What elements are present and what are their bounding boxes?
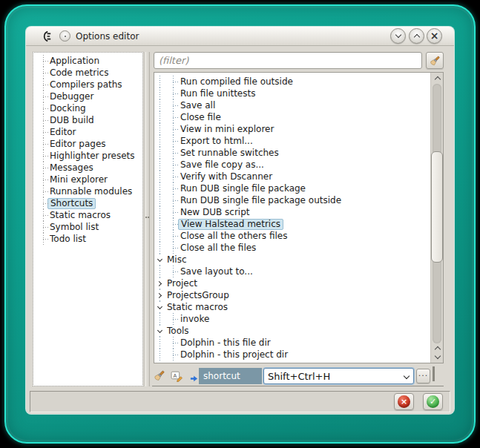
- tree-item-set-runnable-switches[interactable]: Set runnable switches: [154, 147, 430, 159]
- tree-item-verify-with-dscanner[interactable]: Verify with Dscanner: [154, 171, 430, 182]
- tree-guide: [160, 88, 160, 99]
- scrollbar-thumb[interactable]: [431, 151, 443, 263]
- tree-item-close-all-the-others-files[interactable]: Close all the others files: [154, 230, 430, 242]
- tree-guide: [43, 179, 48, 180]
- tree-guide: [160, 171, 160, 182]
- tree-item-static-macros[interactable]: Static macros: [154, 301, 430, 313]
- sidebar-item-application[interactable]: Application: [33, 55, 142, 67]
- clear-filter-button[interactable]: [426, 52, 444, 69]
- close-button[interactable]: ×: [427, 28, 442, 44]
- tree-guide: [43, 96, 48, 97]
- shortcut-editor-more-button[interactable]: ...: [416, 369, 430, 383]
- edit-shortcut-button[interactable]: A: [170, 369, 183, 382]
- tree-item-project[interactable]: Project: [154, 277, 430, 289]
- scroll-down-button[interactable]: [431, 352, 444, 362]
- property-editor-toolbar: A shortcut Shift+Ctrl+H ...: [152, 365, 444, 386]
- selected-property-arrow-icon: [190, 372, 198, 386]
- chevron-down-icon: [157, 303, 162, 309]
- scroll-up-button[interactable]: [431, 73, 444, 83]
- tree-guide: [160, 123, 160, 135]
- panel-splitter[interactable]: [144, 52, 150, 386]
- tree-item-run-dub-single-file-package-outside[interactable]: Run DUB single file package outside: [154, 194, 430, 206]
- tree-guide: [173, 129, 180, 130]
- tree-guide: [173, 200, 180, 201]
- tree-item-dolphin-this-project-dir[interactable]: Dolphin - this project dir: [154, 349, 430, 360]
- tree-item-view-in-mini-explorer[interactable]: View in mini explorer: [154, 123, 430, 135]
- sidebar-item-label: Messages: [50, 163, 93, 173]
- sidebar-item-label: Runnable modules: [50, 187, 132, 197]
- tree-item-export-to-html[interactable]: Export to html...: [154, 135, 430, 147]
- chevron-down-icon[interactable]: [434, 366, 435, 381]
- titlebar[interactable]: Options editor ×: [26, 27, 454, 46]
- property-grid-mini-scrollbar[interactable]: [433, 366, 444, 386]
- sidebar-item-messages[interactable]: Messages: [33, 162, 142, 174]
- shortcuts-tree: Run compiled file outsideRun file unitte…: [154, 73, 430, 363]
- sidebar-item-label: Debugger: [50, 92, 93, 102]
- tree-item-invoke[interactable]: invoke: [154, 313, 430, 325]
- window-menu-button[interactable]: [59, 30, 70, 42]
- expand-toggle[interactable]: [155, 291, 165, 299]
- tree-guide: [160, 218, 160, 230]
- property-name-cell[interactable]: shortcut: [199, 368, 262, 384]
- expand-toggle[interactable]: [155, 303, 165, 311]
- filter-input[interactable]: [154, 52, 422, 69]
- tree-guide: [160, 135, 160, 147]
- tree-item-run-file-unittests[interactable]: Run file unittests: [154, 88, 430, 99]
- sidebar-item-docking[interactable]: Docking: [33, 102, 142, 114]
- tree-item-view-halstead-metrics[interactable]: View Halstead metrics: [154, 218, 430, 230]
- tree-item-projectsgroup[interactable]: ProjectsGroup: [154, 289, 430, 301]
- cancel-button[interactable]: ×: [394, 393, 414, 410]
- tree-item-label: Export to html...: [180, 136, 253, 146]
- brush-icon: [153, 369, 165, 382]
- tree-guide: [173, 177, 180, 177]
- sidebar-item-dub-build[interactable]: DUB build: [33, 114, 142, 126]
- sidebar-item-compilers-paths[interactable]: Compilers paths: [33, 79, 142, 90]
- sidebar-item-code-metrics[interactable]: Code metrics: [33, 67, 142, 79]
- tree-item-misc[interactable]: Misc: [154, 254, 430, 266]
- sidebar-item-todo-list[interactable]: Todo list: [33, 233, 142, 245]
- tree-item-tools[interactable]: Tools: [154, 325, 430, 337]
- category-list: ApplicationCode metricsCompilers pathsDe…: [33, 52, 143, 386]
- expand-toggle[interactable]: [155, 280, 165, 287]
- sidebar-item-static-macros[interactable]: Static macros: [33, 209, 142, 221]
- tree-guide: [43, 132, 48, 133]
- expand-toggle[interactable]: [155, 256, 165, 263]
- combobox-dropdown-icon[interactable]: [404, 373, 410, 379]
- tree-item-save-file-copy-as[interactable]: Save file copy as...: [154, 159, 430, 171]
- svg-text:A: A: [173, 372, 177, 378]
- tree-item-new-dub-script[interactable]: New DUB script: [154, 206, 430, 218]
- tree-item-dolphin-this-file-dir[interactable]: Dolphin - this file dir: [154, 337, 430, 349]
- tree-guide: [173, 117, 180, 118]
- accept-button[interactable]: ✓: [423, 393, 443, 410]
- sidebar-item-shortcuts[interactable]: Shortcuts: [33, 197, 142, 209]
- tree-item-save-all[interactable]: Save all: [154, 99, 430, 111]
- sidebar-item-highlighter-presets[interactable]: Highlighter presets: [33, 150, 142, 162]
- maximize-button[interactable]: [409, 28, 424, 44]
- tree-item-run-compiled-file-outside[interactable]: Run compiled file outside: [154, 76, 430, 88]
- sidebar-item-label: Highlighter presets: [50, 151, 135, 161]
- tree-item-label: Save all: [180, 101, 215, 111]
- tree-item-close-file[interactable]: Close file: [154, 111, 430, 123]
- tree-item-label: Save layout to...: [180, 267, 253, 277]
- tree-item-run-dub-single-file-package[interactable]: Run DUB single file package: [154, 182, 430, 194]
- sidebar-item-runnable-modules[interactable]: Runnable modules: [33, 185, 142, 197]
- tree-item-save-layout-to[interactable]: Save layout to...: [154, 266, 430, 277]
- sidebar-item-symbol-list[interactable]: Symbol list: [33, 221, 142, 233]
- minimize-button[interactable]: [390, 28, 406, 44]
- tree-scrollbar[interactable]: [430, 73, 443, 363]
- tree-guide: [43, 61, 48, 62]
- tree-guide: [160, 206, 160, 218]
- tree-guide: [43, 73, 48, 73]
- sidebar-item-editor-pages[interactable]: Editor pages: [33, 138, 142, 150]
- sidebar-item-label: Code metrics: [50, 68, 108, 78]
- tree-guide: [160, 76, 160, 88]
- sidebar-item-label: Mini explorer: [50, 175, 108, 185]
- clean-shortcut-button[interactable]: [152, 369, 165, 382]
- tree-item-close-all-the-files[interactable]: Close all the files: [154, 242, 430, 254]
- tree-guide: [43, 120, 48, 121]
- expand-toggle[interactable]: [155, 327, 165, 335]
- sidebar-item-editor[interactable]: Editor: [33, 126, 142, 138]
- shortcut-value-combobox[interactable]: Shift+Ctrl+H: [263, 368, 414, 384]
- sidebar-item-debugger[interactable]: Debugger: [33, 90, 142, 102]
- sidebar-item-mini-explorer[interactable]: Mini explorer: [33, 174, 142, 185]
